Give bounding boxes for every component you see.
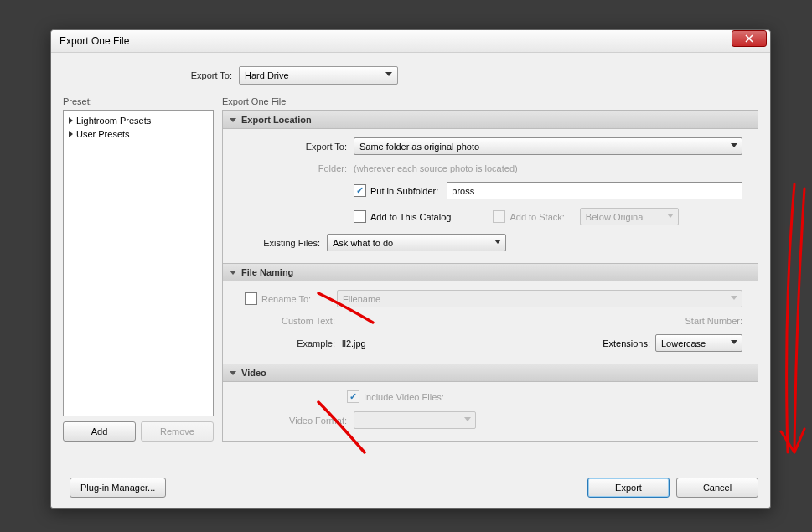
add-catalog-label: Add to This Catalog [370,212,451,222]
example-value: ll2.jpg [342,338,366,349]
preset-item-label: User Presets [76,129,130,139]
rename-template-select: Filename [337,290,742,307]
rename-label: Rename To: [261,294,337,304]
chevron-down-icon [731,340,737,344]
export-to-label: Export To: [63,70,239,80]
titlebar: Export One File [51,30,770,53]
example-label: Example: [238,338,342,349]
loc-exportto-label: Export To: [238,142,354,152]
preset-item[interactable]: User Presets [65,127,211,141]
remove-preset-button: Remove [141,421,214,442]
chevron-down-icon [731,296,737,300]
existing-label: Existing Files: [238,238,327,248]
export-to-select[interactable]: Hard Drive [239,66,398,85]
extensions-select[interactable]: Lowercase [655,334,742,352]
cancel-button[interactable]: Cancel [676,478,758,498]
close-button[interactable] [732,30,767,47]
close-icon [744,34,754,43]
put-subfolder-checkbox[interactable] [354,184,366,197]
section-header-naming[interactable]: File Naming [223,263,758,281]
include-video-label: Include Video Files: [364,392,444,402]
add-catalog-checkbox[interactable] [354,210,366,223]
section-title: File Naming [241,267,293,277]
preset-label: Preset: [63,96,214,106]
rename-checkbox[interactable] [245,292,257,305]
start-number-label: Start Number: [685,316,742,326]
section-header-location[interactable]: Export Location [223,111,758,129]
dialog-title: Export One File [59,35,129,47]
chevron-down-icon [230,271,236,275]
section-title: Export Location [241,115,312,125]
custom-text-label: Custom Text: [238,316,342,326]
chevron-down-icon [667,214,674,218]
video-format-select [354,411,476,429]
section-header-video[interactable]: Video [223,364,758,382]
stack-position-select: Below Original [580,208,679,225]
preset-list[interactable]: Lightroom Presets User Presets [63,110,214,416]
subfolder-input[interactable] [447,182,742,199]
chevron-down-icon [464,417,471,421]
folder-label: Folder: [238,163,354,173]
include-video-checkbox [347,390,359,403]
loc-exportto-select[interactable]: Same folder as original photo [354,137,742,155]
add-preset-button[interactable]: Add [63,421,136,442]
export-button[interactable]: Export [587,478,670,498]
add-stack-checkbox [493,210,505,223]
settings-panel[interactable]: Export Location Export To: Same folder a… [222,110,758,442]
chevron-down-icon [230,118,236,122]
chevron-right-icon [69,131,73,137]
put-subfolder-label: Put in Subfolder: [370,186,438,196]
extensions-label: Extensions: [603,338,650,349]
preset-item-label: Lightroom Presets [76,116,151,126]
export-to-value: Hard Drive [245,70,289,80]
plugin-manager-button[interactable]: Plug-in Manager... [70,478,166,498]
chevron-down-icon [385,72,392,76]
existing-select[interactable]: Ask what to do [327,234,506,251]
chevron-down-icon [494,240,501,244]
right-title: Export One File [222,96,758,106]
folder-value: (wherever each source photo is located) [354,163,518,173]
export-dialog: Export One File Export To: Hard Drive Pr… [50,29,771,509]
chevron-right-icon [69,117,73,124]
add-stack-label: Add to Stack: [509,212,564,222]
chevron-down-icon [230,371,236,375]
preset-item[interactable]: Lightroom Presets [65,114,211,127]
video-format-label: Video Format: [238,416,354,426]
chevron-down-icon [731,143,737,147]
section-title: Video [241,368,266,378]
